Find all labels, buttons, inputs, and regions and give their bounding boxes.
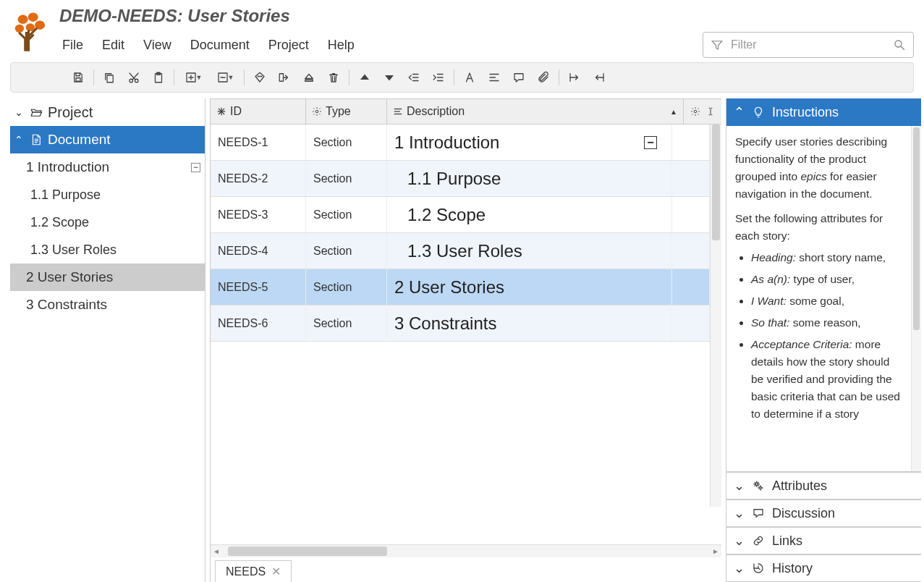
sidebar-document[interactable]: ⌃ Document: [10, 126, 205, 153]
collapse-width-icon: [593, 71, 606, 84]
close-icon[interactable]: ✕: [271, 565, 281, 578]
cell-actions: [672, 125, 710, 160]
copy-icon: [103, 71, 116, 84]
gears-icon: [752, 479, 765, 492]
instructions-body: Specify user stories describing function…: [726, 126, 921, 472]
cell-id: NEEDS-1: [211, 125, 306, 160]
chevron-down-icon: ⌄: [734, 560, 745, 576]
column-header-actions[interactable]: [684, 99, 721, 124]
sidebar-item-label: 1.1 Purpose: [30, 187, 101, 203]
history-icon: [752, 562, 765, 575]
remove-button[interactable]: ▼: [209, 65, 241, 90]
collapse-icon[interactable]: −: [191, 163, 200, 172]
sort-asc-icon[interactable]: ▲: [670, 108, 677, 116]
scroll-left-icon[interactable]: ◄: [211, 547, 222, 555]
section-attributes[interactable]: ⌄Attributes: [726, 472, 921, 499]
document-tab[interactable]: NEEDS ✕: [215, 560, 292, 582]
sidebar-item[interactable]: 1 Introduction−: [10, 153, 205, 181]
list-item: So that: some reason,: [751, 314, 902, 332]
app-logo: [10, 10, 49, 54]
save-icon: [72, 71, 85, 84]
sidebar-document-label: Document: [48, 132, 111, 148]
indent-button[interactable]: [426, 65, 451, 90]
sidebar-item[interactable]: 3 Constraints: [10, 291, 205, 319]
cell-type: Section: [306, 305, 387, 341]
sidebar-item-label: 3 Constraints: [26, 297, 107, 313]
table-row[interactable]: NEEDS-1Section1 Introduction−: [211, 125, 710, 161]
section-links[interactable]: ⌄Links: [726, 527, 921, 554]
cell-description: 1 Introduction−: [387, 125, 672, 160]
document-grid: ID Type Description ▲: [210, 98, 721, 582]
menu-project[interactable]: Project: [266, 35, 312, 56]
filter-box[interactable]: [703, 32, 914, 58]
svg-point-1: [28, 12, 38, 22]
table-row[interactable]: NEEDS-2Section1.1 Purpose: [211, 161, 710, 197]
sidebar-item[interactable]: 1.2 Scope: [10, 208, 205, 236]
search-icon[interactable]: [893, 38, 906, 51]
comment-button[interactable]: [506, 65, 531, 90]
copy-button[interactable]: [97, 65, 122, 90]
outdent-icon: [407, 71, 420, 84]
sidebar-item-label: 1 Introduction: [26, 159, 109, 175]
filter-input[interactable]: [729, 38, 887, 52]
chat-icon: [752, 507, 765, 520]
cell-actions: [672, 269, 710, 305]
sidebar-item[interactable]: 1.3 User Roles: [10, 236, 205, 263]
expand-width-icon: [568, 71, 581, 84]
eject-button[interactable]: [297, 65, 321, 90]
menu-document[interactable]: Document: [187, 35, 253, 56]
cell-type: Section: [306, 233, 387, 269]
outdent-button[interactable]: [402, 65, 426, 90]
table-row[interactable]: NEEDS-4Section1.3 User Roles: [211, 233, 710, 269]
attachment-button[interactable]: [531, 65, 556, 90]
cut-button[interactable]: [122, 65, 146, 90]
chevron-up-icon: ⌃: [734, 104, 745, 120]
menu-file[interactable]: File: [59, 35, 86, 56]
column-header-type[interactable]: Type: [306, 99, 387, 124]
svg-point-6: [895, 41, 902, 47]
section-history[interactable]: ⌄History: [726, 554, 921, 582]
document-icon: [29, 133, 43, 146]
paste-button[interactable]: [146, 65, 171, 90]
table-row[interactable]: NEEDS-3Section1.2 Scope: [211, 197, 710, 233]
sidebar-project[interactable]: ⌄ Project: [10, 98, 205, 126]
section-discussion[interactable]: ⌄Discussion: [726, 499, 921, 527]
column-header-id[interactable]: ID: [211, 99, 306, 124]
column-header-description[interactable]: Description ▲: [387, 99, 684, 124]
grid-header: ID Type Description ▲: [211, 98, 721, 125]
vertical-scrollbar[interactable]: [911, 126, 921, 471]
delete-button[interactable]: [321, 65, 346, 90]
tag-button[interactable]: [247, 65, 272, 90]
menu-edit[interactable]: Edit: [99, 35, 127, 56]
merge-right-button[interactable]: [272, 65, 297, 90]
add-button[interactable]: ▼: [177, 65, 209, 90]
move-up-button[interactable]: [352, 65, 377, 90]
menu-help[interactable]: Help: [325, 35, 357, 56]
scroll-right-icon[interactable]: ►: [710, 547, 721, 555]
vertical-scrollbar[interactable]: [710, 125, 721, 507]
sidebar-item[interactable]: 1.1 Purpose: [10, 181, 205, 208]
text-cursor-icon: [705, 106, 716, 117]
cell-description: 2 User Stories: [387, 269, 672, 305]
horizontal-scrollbar[interactable]: ◄ ►: [211, 544, 721, 557]
collapse-icon[interactable]: −: [644, 136, 657, 149]
collapse-width-button[interactable]: [587, 65, 611, 90]
folder-open-icon: [29, 106, 43, 119]
cell-description: 3 Constraints: [387, 305, 672, 341]
align-button[interactable]: [482, 65, 506, 90]
move-down-button[interactable]: [377, 65, 402, 90]
list-item: I Want: some goal,: [751, 292, 902, 310]
menu-view[interactable]: View: [140, 35, 174, 56]
svg-rect-5: [25, 32, 30, 51]
section-instructions[interactable]: ⌃ Instructions: [726, 98, 921, 126]
svg-rect-20: [279, 74, 283, 82]
list-item: As a(n): type of user,: [751, 271, 902, 288]
table-row[interactable]: NEEDS-6Section3 Constraints: [211, 305, 710, 342]
cell-id: NEEDS-4: [211, 233, 306, 269]
sidebar-item[interactable]: 2 User Stories: [10, 263, 205, 291]
table-row[interactable]: NEEDS-5Section2 User Stories: [211, 269, 710, 305]
cell-description: 1.2 Scope: [387, 197, 672, 232]
expand-width-button[interactable]: [562, 65, 587, 90]
save-button[interactable]: [66, 65, 90, 90]
font-button[interactable]: [457, 65, 482, 90]
